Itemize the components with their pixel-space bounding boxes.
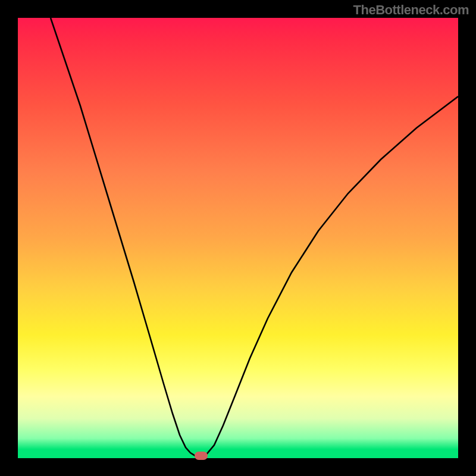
plot-area [18, 18, 458, 458]
curve-svg [18, 18, 458, 458]
chart-frame: TheBottleneck.com [0, 0, 476, 476]
watermark-text: TheBottleneck.com [353, 2, 469, 18]
curve-left-branch [51, 18, 199, 457]
optimal-marker [195, 452, 208, 460]
curve-right-branch [199, 96, 458, 457]
